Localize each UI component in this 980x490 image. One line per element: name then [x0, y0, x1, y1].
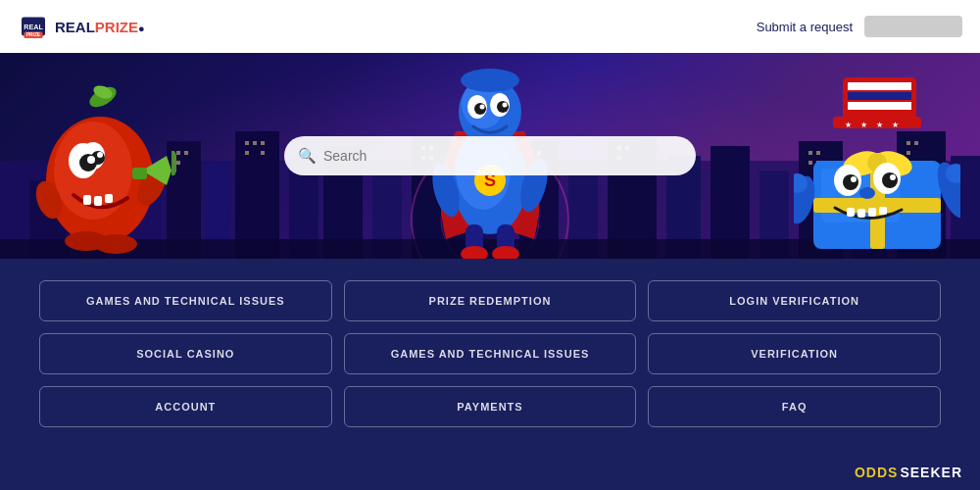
svg-point-85 [480, 105, 485, 110]
svg-rect-72 [132, 168, 147, 179]
logo-icon: REAL PRIZE [18, 11, 49, 42]
svg-text:★: ★ [876, 121, 883, 129]
svg-rect-34 [253, 141, 257, 145]
search-input[interactable] [284, 136, 696, 175]
svg-rect-67 [83, 195, 91, 205]
logo-area: REAL PRIZE REALPRIZE● [18, 11, 145, 42]
svg-rect-95 [848, 82, 911, 90]
svg-rect-33 [245, 141, 249, 145]
svg-point-86 [503, 103, 508, 108]
svg-point-66 [97, 152, 103, 158]
logo-text: REALPRIZE● [55, 19, 145, 35]
svg-rect-117 [847, 208, 855, 217]
btn-account[interactable]: ACCOUNT [39, 386, 332, 427]
btn-social-casino[interactable]: SOCIAL CASINO [39, 333, 332, 374]
svg-rect-37 [261, 151, 265, 155]
svg-text:REAL: REAL [24, 23, 43, 31]
svg-point-115 [890, 174, 896, 180]
svg-rect-31 [184, 151, 188, 155]
svg-rect-120 [879, 207, 887, 215]
svg-rect-69 [105, 194, 113, 203]
svg-text:★: ★ [892, 121, 899, 129]
svg-text:★: ★ [860, 121, 867, 129]
button-grid: GAMES AND TECHNICAL ISSUES PRIZE REDEMPT… [39, 280, 941, 427]
svg-point-87 [461, 69, 519, 92]
brand-seek: SEEKER [900, 465, 962, 480]
btn-games-tech-2[interactable]: GAMES AND TECHNICAL ISSUES [344, 333, 637, 374]
brand-odd: ODDS [855, 465, 898, 480]
btn-faq[interactable]: FAQ [648, 386, 941, 427]
right-character: ★ ★ ★ ★ [794, 73, 960, 259]
svg-point-84 [497, 101, 509, 113]
svg-text:★: ★ [845, 121, 852, 129]
svg-text:PRIZE: PRIZE [26, 32, 41, 37]
svg-point-74 [94, 234, 137, 254]
svg-point-114 [851, 176, 857, 182]
header: REAL PRIZE REALPRIZE● Submit a request [0, 0, 980, 53]
submit-request-link[interactable]: Submit a request [757, 20, 853, 34]
search-container: 🔍 [284, 136, 696, 175]
svg-rect-35 [261, 141, 265, 145]
svg-rect-30 [176, 151, 180, 155]
svg-rect-118 [858, 209, 865, 218]
btn-payments[interactable]: PAYMENTS [344, 386, 637, 427]
header-right: Submit a request [757, 16, 962, 37]
left-character [29, 73, 176, 259]
svg-point-93 [492, 246, 519, 259]
user-avatar-bar [864, 16, 962, 37]
svg-point-83 [474, 103, 486, 115]
svg-rect-36 [245, 151, 249, 155]
btn-verification[interactable]: VERIFICATION [648, 333, 941, 374]
svg-rect-68 [94, 196, 102, 206]
svg-rect-32 [176, 161, 180, 165]
svg-rect-97 [848, 102, 911, 110]
svg-point-112 [843, 174, 858, 190]
svg-rect-96 [848, 92, 911, 100]
hero-banner: S ★ ★ ★ ★ [0, 53, 980, 259]
svg-point-65 [87, 156, 95, 164]
search-icon: 🔍 [298, 147, 317, 165]
btn-games-tech-1[interactable]: GAMES AND TECHNICAL ISSUES [39, 280, 332, 321]
svg-point-92 [461, 246, 488, 259]
svg-rect-119 [868, 208, 876, 217]
footer-brand: ODDSSEEKER [855, 465, 962, 480]
btn-login-verification[interactable]: LOGIN VERIFICATION [648, 280, 941, 321]
btn-prize-redemption[interactable]: PRIZE REDEMPTION [344, 280, 637, 321]
grid-section: GAMES AND TECHNICAL ISSUES PRIZE REDEMPT… [0, 259, 980, 439]
svg-point-116 [859, 187, 875, 199]
svg-point-113 [882, 172, 898, 188]
